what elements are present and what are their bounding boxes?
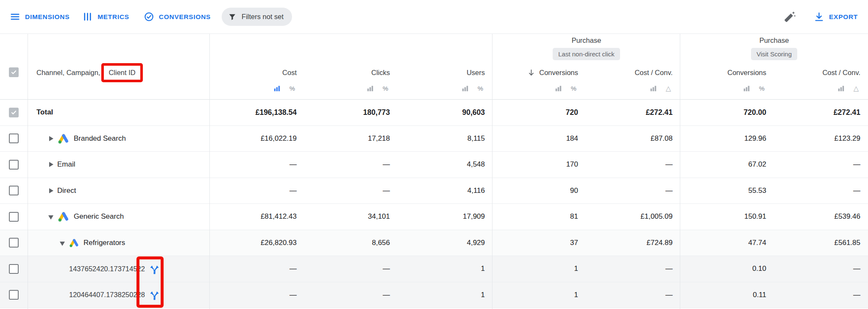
column-label: Cost [282, 69, 297, 77]
row-checkbox[interactable] [9, 134, 19, 143]
metric-cell-cost-per-conv-vs: £561.85 [774, 239, 868, 247]
checkbox-cell [0, 212, 28, 222]
row-checkbox[interactable] [9, 290, 19, 300]
select-all-checkbox[interactable] [9, 67, 19, 77]
chart-toggle-icon[interactable] [837, 84, 845, 92]
column-label: Cost / Conv. [634, 69, 673, 77]
checkbox-cell [0, 108, 28, 117]
percent-toggle-icon[interactable]: % [759, 85, 765, 92]
table-row[interactable]: Total £196,138.54 180,773 90,603 720 £27… [0, 100, 868, 126]
analytics-report-app: DIMENSIONS METRICS CONVERSIONS Filters n… [0, 0, 868, 309]
filters-chip[interactable]: Filters not set [222, 8, 292, 26]
metric-cell-users: 4,929 [398, 239, 492, 247]
row-checkbox[interactable] [9, 238, 19, 248]
column-divider [28, 34, 28, 309]
table-row[interactable]: Email — — 4,548 170 — 67.02 — [0, 152, 868, 178]
table-header: Purchase Last non-direct click Purchase … [0, 34, 868, 100]
row-checkbox[interactable] [9, 186, 19, 195]
dimensions-icon [10, 11, 20, 22]
metric-cell-cost-per-conv-lndc: £1,005.09 [586, 212, 680, 221]
export-button[interactable]: EXPORT [814, 11, 858, 22]
row-checkbox[interactable] [9, 160, 19, 170]
percent-toggle-icon[interactable]: % [478, 85, 483, 92]
table-body: Total £196,138.54 180,773 90,603 720 £27… [0, 100, 868, 308]
metric-cell-cost: — [210, 291, 304, 299]
row-label: 120464407.1738250228 [69, 291, 145, 299]
expand-arrow-icon[interactable] [48, 162, 53, 167]
magic-wand-button[interactable] [783, 11, 796, 23]
row-label: Direct [57, 187, 76, 195]
select-all-cell [9, 67, 19, 78]
column-header-cost[interactable]: Cost [210, 62, 304, 83]
metric-cell-conversions-vs: 129.96 [680, 134, 774, 143]
cost-column-toggles: % [210, 81, 304, 96]
table-row[interactable]: 1437652420.173714522 — — 1 1 — 0.10 — [0, 256, 868, 282]
table-row[interactable]: Branded Search £16,022.19 17,218 8,115 1… [0, 126, 868, 152]
chart-toggle-icon[interactable] [273, 84, 281, 92]
metric-cell-cost: £81,412.43 [210, 212, 304, 221]
percent-toggle-icon[interactable]: % [571, 85, 576, 92]
expand-arrow-icon[interactable] [60, 240, 65, 245]
metric-cell-users: 8,115 [398, 134, 492, 143]
metric-cell-cost-per-conv-vs: £539.46 [774, 212, 868, 221]
column-divider [680, 34, 680, 309]
expand-arrow-icon[interactable] [48, 214, 53, 219]
filters-chip-label: Filters not set [242, 13, 284, 21]
column-header-clicks[interactable]: Clicks [304, 62, 398, 83]
chart-toggle-icon[interactable] [743, 84, 751, 92]
journey-icon[interactable] [149, 263, 160, 275]
attribution-model-chip[interactable]: Visit Scoring [751, 48, 797, 60]
row-label: Generic Search [74, 212, 124, 221]
metric-cell-cost-per-conv-lndc: £724.89 [586, 239, 680, 247]
metric-cell-cost-per-conv-vs: — [774, 291, 868, 299]
row-checkbox[interactable] [9, 108, 19, 117]
checkbox-cell [0, 238, 28, 248]
client-id-annotation-box: Client ID [101, 63, 142, 82]
metric-cell-cost-per-conv-vs: — [774, 160, 868, 169]
checkbox-cell [0, 134, 28, 143]
table-row[interactable]: 120464407.1738250228 — — 1 1 — 0.11 — [0, 282, 868, 309]
row-checkbox[interactable] [9, 212, 19, 222]
column-header-cost-per-conv[interactable]: Cost / Conv. [774, 62, 868, 83]
chart-toggle-icon[interactable] [461, 84, 469, 92]
chart-toggle-icon[interactable] [366, 84, 374, 92]
metric-cell-conversions-vs: 55.53 [680, 187, 774, 195]
row-label: Refrigerators [83, 239, 125, 247]
conversion-group-title: Purchase [572, 36, 601, 45]
google-ads-icon [69, 237, 80, 248]
journey-icon[interactable] [149, 289, 160, 301]
metric-cell-conversions-lndc: 1 [492, 264, 586, 273]
metric-cell-clicks: — [304, 291, 398, 299]
metric-cell-conversions-lndc: 1 [492, 291, 586, 299]
metric-cell-conversions-vs: 720.00 [680, 108, 774, 117]
table-row[interactable]: Generic Search £81,412.43 34,101 17,909 … [0, 204, 868, 230]
row-name-cell: Email [28, 160, 210, 169]
delta-toggle-icon[interactable]: △ [854, 84, 859, 92]
name-column-header[interactable]: Channel, Campaign, Client ID [36, 62, 143, 83]
dimensions-button[interactable]: DIMENSIONS [10, 11, 70, 22]
expand-arrow-icon[interactable] [48, 188, 53, 193]
metric-cell-cost-per-conv-lndc: £272.41 [586, 108, 680, 117]
percent-toggle-icon[interactable]: % [289, 85, 295, 92]
table-row[interactable]: Refrigerators £26,820.93 8,656 4,929 37 … [0, 230, 868, 256]
metric-cell-conversions-vs: 47.74 [680, 239, 774, 247]
chart-toggle-icon[interactable] [649, 84, 657, 92]
metric-cell-cost-per-conv-lndc: £87.08 [586, 134, 680, 143]
table-row[interactable]: Direct — — 4,116 90 — 55.53 — [0, 178, 868, 204]
column-header-cost-per-conv[interactable]: Cost / Conv. [586, 62, 680, 83]
percent-toggle-icon[interactable]: % [383, 85, 388, 92]
metric-cell-users: 4,116 [398, 187, 492, 195]
attribution-model-chip[interactable]: Last non-direct click [553, 48, 620, 60]
delta-toggle-icon[interactable]: △ [666, 84, 671, 92]
checkbox-cell [0, 186, 28, 195]
chart-toggle-icon[interactable] [554, 84, 562, 92]
row-checkbox[interactable] [9, 264, 19, 274]
expand-arrow-icon[interactable] [48, 136, 53, 141]
column-header-conversions-sorted[interactable]: Conversions [492, 62, 586, 83]
column-header-conversions[interactable]: Conversions [680, 62, 774, 83]
checkbox-cell [0, 264, 28, 274]
conversions-button[interactable]: CONVERSIONS [144, 11, 211, 22]
google-ads-icon [57, 210, 70, 223]
column-header-users[interactable]: Users [398, 62, 492, 83]
metrics-button[interactable]: METRICS [82, 11, 129, 22]
